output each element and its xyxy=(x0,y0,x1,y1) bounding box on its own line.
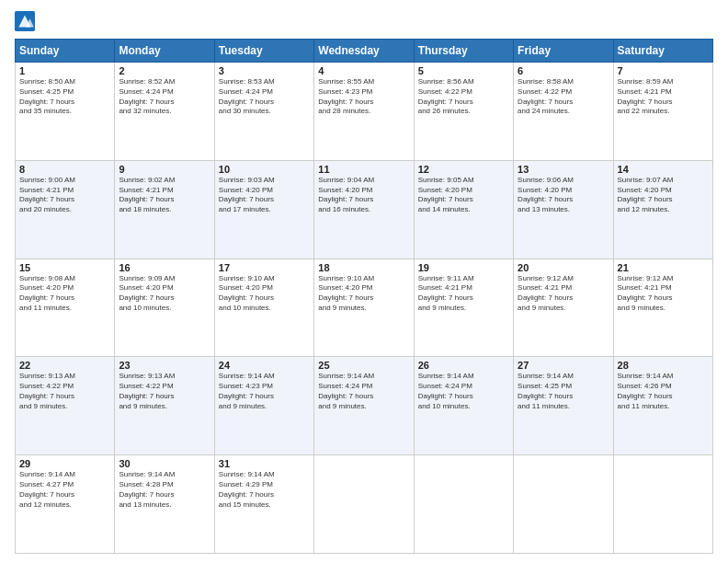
calendar-cell: 5Sunrise: 8:56 AM Sunset: 4:22 PM Daylig… xyxy=(414,63,513,161)
cell-info: Sunrise: 9:14 AM Sunset: 4:23 PM Dayligh… xyxy=(219,372,310,411)
cell-info: Sunrise: 9:05 AM Sunset: 4:20 PM Dayligh… xyxy=(418,176,509,215)
cell-info: Sunrise: 9:02 AM Sunset: 4:21 PM Dayligh… xyxy=(119,176,210,215)
calendar-header-row: SundayMondayTuesdayWednesdayThursdayFrid… xyxy=(16,40,713,63)
cell-info: Sunrise: 8:52 AM Sunset: 4:24 PM Dayligh… xyxy=(119,77,210,117)
header-sunday: Sunday xyxy=(16,40,115,63)
cell-info: Sunrise: 8:59 AM Sunset: 4:21 PM Dayligh… xyxy=(618,77,709,117)
day-number: 4 xyxy=(318,65,409,76)
header-monday: Monday xyxy=(115,40,214,63)
day-number: 20 xyxy=(518,262,609,273)
header-wednesday: Wednesday xyxy=(314,40,414,63)
calendar-cell: 1Sunrise: 8:50 AM Sunset: 4:25 PM Daylig… xyxy=(16,63,115,161)
calendar-cell: 24Sunrise: 9:14 AM Sunset: 4:23 PM Dayli… xyxy=(214,357,313,455)
cell-info: Sunrise: 9:14 AM Sunset: 4:24 PM Dayligh… xyxy=(318,372,409,411)
day-number: 22 xyxy=(19,360,110,371)
cell-info: Sunrise: 9:08 AM Sunset: 4:20 PM Dayligh… xyxy=(19,274,110,314)
day-number: 31 xyxy=(219,458,310,469)
logo-icon xyxy=(15,11,35,31)
calendar-cell: 18Sunrise: 9:10 AM Sunset: 4:20 PM Dayli… xyxy=(314,259,414,357)
calendar-cell xyxy=(514,455,613,554)
day-number: 28 xyxy=(618,360,709,371)
day-number: 11 xyxy=(318,164,409,175)
day-number: 10 xyxy=(219,164,310,175)
cell-info: Sunrise: 9:10 AM Sunset: 4:20 PM Dayligh… xyxy=(219,274,310,314)
cell-info: Sunrise: 9:14 AM Sunset: 4:27 PM Dayligh… xyxy=(19,470,110,510)
calendar-cell: 11Sunrise: 9:04 AM Sunset: 4:20 PM Dayli… xyxy=(314,160,414,259)
day-number: 19 xyxy=(418,262,509,273)
day-number: 6 xyxy=(518,65,609,76)
day-number: 5 xyxy=(418,65,509,76)
day-number: 23 xyxy=(119,360,210,371)
cell-info: Sunrise: 8:53 AM Sunset: 4:24 PM Dayligh… xyxy=(219,77,310,117)
cell-info: Sunrise: 8:50 AM Sunset: 4:25 PM Dayligh… xyxy=(19,77,110,117)
calendar-cell: 13Sunrise: 9:06 AM Sunset: 4:20 PM Dayli… xyxy=(514,160,613,259)
day-number: 17 xyxy=(219,262,310,273)
calendar-cell: 9Sunrise: 9:02 AM Sunset: 4:21 PM Daylig… xyxy=(115,160,214,259)
header-tuesday: Tuesday xyxy=(214,40,313,63)
cell-info: Sunrise: 9:06 AM Sunset: 4:20 PM Dayligh… xyxy=(518,176,609,215)
day-number: 16 xyxy=(119,262,210,273)
day-number: 24 xyxy=(219,360,310,371)
cell-info: Sunrise: 9:13 AM Sunset: 4:22 PM Dayligh… xyxy=(19,372,110,411)
cell-info: Sunrise: 8:55 AM Sunset: 4:23 PM Dayligh… xyxy=(318,77,409,117)
calendar-cell: 28Sunrise: 9:14 AM Sunset: 4:26 PM Dayli… xyxy=(613,357,712,455)
day-number: 21 xyxy=(618,262,709,273)
calendar-cell: 3Sunrise: 8:53 AM Sunset: 4:24 PM Daylig… xyxy=(214,63,313,161)
day-number: 7 xyxy=(618,65,709,76)
header-saturday: Saturday xyxy=(613,40,712,63)
calendar-cell: 7Sunrise: 8:59 AM Sunset: 4:21 PM Daylig… xyxy=(613,63,712,161)
calendar-cell: 31Sunrise: 9:14 AM Sunset: 4:29 PM Dayli… xyxy=(214,455,313,554)
calendar-cell xyxy=(613,455,712,554)
calendar-cell: 30Sunrise: 9:14 AM Sunset: 4:28 PM Dayli… xyxy=(115,455,214,554)
calendar-cell: 22Sunrise: 9:13 AM Sunset: 4:22 PM Dayli… xyxy=(16,357,115,455)
week-row: 8Sunrise: 9:00 AM Sunset: 4:21 PM Daylig… xyxy=(16,160,713,259)
calendar-cell: 2Sunrise: 8:52 AM Sunset: 4:24 PM Daylig… xyxy=(115,63,214,161)
calendar-cell: 20Sunrise: 9:12 AM Sunset: 4:21 PM Dayli… xyxy=(514,259,613,357)
day-number: 3 xyxy=(219,65,310,76)
cell-info: Sunrise: 9:11 AM Sunset: 4:21 PM Dayligh… xyxy=(418,274,509,314)
calendar-cell: 12Sunrise: 9:05 AM Sunset: 4:20 PM Dayli… xyxy=(414,160,513,259)
week-row: 29Sunrise: 9:14 AM Sunset: 4:27 PM Dayli… xyxy=(16,455,713,554)
page: SundayMondayTuesdayWednesdayThursdayFrid… xyxy=(0,0,728,563)
cell-info: Sunrise: 9:07 AM Sunset: 4:20 PM Dayligh… xyxy=(618,176,709,215)
week-row: 15Sunrise: 9:08 AM Sunset: 4:20 PM Dayli… xyxy=(16,259,713,357)
calendar-cell: 17Sunrise: 9:10 AM Sunset: 4:20 PM Dayli… xyxy=(214,259,313,357)
cell-info: Sunrise: 9:10 AM Sunset: 4:20 PM Dayligh… xyxy=(318,274,409,314)
calendar-cell: 27Sunrise: 9:14 AM Sunset: 4:25 PM Dayli… xyxy=(514,357,613,455)
day-number: 18 xyxy=(318,262,409,273)
calendar-cell: 4Sunrise: 8:55 AM Sunset: 4:23 PM Daylig… xyxy=(314,63,414,161)
cell-info: Sunrise: 9:09 AM Sunset: 4:20 PM Dayligh… xyxy=(119,274,210,314)
calendar: SundayMondayTuesdayWednesdayThursdayFrid… xyxy=(15,39,713,554)
day-number: 26 xyxy=(418,360,509,371)
cell-info: Sunrise: 9:14 AM Sunset: 4:26 PM Dayligh… xyxy=(618,372,709,411)
calendar-cell: 15Sunrise: 9:08 AM Sunset: 4:20 PM Dayli… xyxy=(16,259,115,357)
calendar-cell: 6Sunrise: 8:58 AM Sunset: 4:22 PM Daylig… xyxy=(514,63,613,161)
header-thursday: Thursday xyxy=(414,40,513,63)
week-row: 22Sunrise: 9:13 AM Sunset: 4:22 PM Dayli… xyxy=(16,357,713,455)
cell-info: Sunrise: 8:58 AM Sunset: 4:22 PM Dayligh… xyxy=(518,77,609,117)
week-row: 1Sunrise: 8:50 AM Sunset: 4:25 PM Daylig… xyxy=(16,63,713,161)
cell-info: Sunrise: 9:03 AM Sunset: 4:20 PM Dayligh… xyxy=(219,176,310,215)
calendar-cell: 16Sunrise: 9:09 AM Sunset: 4:20 PM Dayli… xyxy=(115,259,214,357)
day-number: 12 xyxy=(418,164,509,175)
calendar-cell: 29Sunrise: 9:14 AM Sunset: 4:27 PM Dayli… xyxy=(16,455,115,554)
calendar-cell: 8Sunrise: 9:00 AM Sunset: 4:21 PM Daylig… xyxy=(16,160,115,259)
cell-info: Sunrise: 9:14 AM Sunset: 4:25 PM Dayligh… xyxy=(518,372,609,411)
cell-info: Sunrise: 9:14 AM Sunset: 4:24 PM Dayligh… xyxy=(418,372,509,411)
header xyxy=(15,11,713,31)
calendar-cell: 10Sunrise: 9:03 AM Sunset: 4:20 PM Dayli… xyxy=(214,160,313,259)
day-number: 30 xyxy=(119,458,210,469)
day-number: 13 xyxy=(518,164,609,175)
calendar-cell: 14Sunrise: 9:07 AM Sunset: 4:20 PM Dayli… xyxy=(613,160,712,259)
day-number: 2 xyxy=(119,65,210,76)
calendar-cell: 23Sunrise: 9:13 AM Sunset: 4:22 PM Dayli… xyxy=(115,357,214,455)
calendar-cell: 26Sunrise: 9:14 AM Sunset: 4:24 PM Dayli… xyxy=(414,357,513,455)
cell-info: Sunrise: 9:14 AM Sunset: 4:29 PM Dayligh… xyxy=(219,470,310,510)
cell-info: Sunrise: 9:12 AM Sunset: 4:21 PM Dayligh… xyxy=(518,274,609,314)
day-number: 14 xyxy=(618,164,709,175)
calendar-cell: 25Sunrise: 9:14 AM Sunset: 4:24 PM Dayli… xyxy=(314,357,414,455)
day-number: 8 xyxy=(19,164,110,175)
cell-info: Sunrise: 9:14 AM Sunset: 4:28 PM Dayligh… xyxy=(119,470,210,510)
calendar-cell: 21Sunrise: 9:12 AM Sunset: 4:21 PM Dayli… xyxy=(613,259,712,357)
calendar-cell: 19Sunrise: 9:11 AM Sunset: 4:21 PM Dayli… xyxy=(414,259,513,357)
